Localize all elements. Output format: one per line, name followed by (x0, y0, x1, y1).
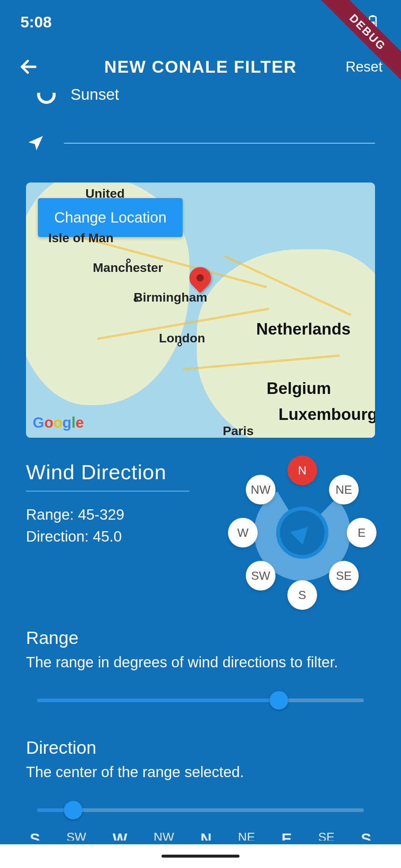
wind-range-value: Range: 45-329 (26, 506, 215, 523)
compass-dir-se[interactable]: SE (329, 561, 359, 591)
direction-ticks: S SW W NW N NE E SE S (30, 830, 371, 841)
range-section: Range The range in degrees of wind direc… (26, 628, 375, 711)
compass-dir-nw[interactable]: NW (246, 475, 276, 504)
map-city-label: Isle of Man (48, 231, 114, 245)
direction-slider-thumb[interactable] (64, 801, 82, 819)
page-title: NEW CONALE FILTER (104, 57, 297, 77)
location-search-row (26, 134, 375, 153)
compass-dial[interactable]: N NE E SE S SW W NW (229, 460, 375, 605)
direction-desc: The center of the range selected. (26, 764, 375, 780)
wifi-icon (342, 14, 358, 30)
compass-dir-s[interactable]: S (287, 580, 317, 610)
arrow-left-icon (19, 57, 39, 77)
map-country-label: Luxembourg (278, 405, 375, 424)
compass-dir-ne[interactable]: NE (329, 475, 359, 504)
map-city-label: Paris (223, 424, 254, 438)
map-country-label: Belgium (267, 379, 331, 398)
direction-slider[interactable] (37, 799, 364, 821)
compass-dir-e[interactable]: E (347, 518, 376, 548)
direction-section: Direction The center of the range select… (26, 737, 375, 841)
compass-dir-n[interactable]: N (287, 456, 317, 485)
map-country-label: Netherlands (256, 320, 351, 338)
nav-pill-icon[interactable] (162, 855, 239, 858)
app-bar: NEW CONALE FILTER Reset (0, 45, 401, 89)
map-city-label: London (159, 331, 205, 345)
wind-title: Wind Direction (26, 460, 215, 484)
range-slider-thumb[interactable] (270, 691, 288, 710)
svg-rect-1 (371, 22, 375, 27)
compass-dir-sw[interactable]: SW (246, 561, 276, 591)
location-input[interactable] (64, 143, 375, 144)
range-slider[interactable] (37, 689, 364, 711)
reset-button[interactable]: Reset (346, 59, 382, 75)
status-bar: 5:08 (0, 0, 401, 45)
compass-center (276, 507, 328, 559)
map[interactable]: Change Location United Isle of Man Manch… (26, 183, 375, 438)
wind-direction-value: Direction: 45.0 (26, 528, 215, 545)
range-desc: The range in degrees of wind directions … (26, 654, 375, 671)
map-city-label: United (85, 186, 125, 201)
battery-icon (365, 14, 381, 30)
compass-dir-w[interactable]: W (228, 518, 258, 548)
map-pin-icon[interactable] (189, 267, 211, 296)
map-city-label: Manchester (93, 260, 163, 275)
direction-title: Direction (26, 737, 375, 758)
status-time: 5:08 (20, 13, 52, 31)
compass-arrow-icon (290, 520, 314, 545)
range-title: Range (26, 628, 375, 648)
android-nav-bar (0, 844, 401, 868)
location-arrow-icon[interactable] (26, 134, 45, 153)
back-button[interactable] (19, 57, 39, 77)
wind-direction-section: Wind Direction Range: 45-329 Direction: … (26, 460, 375, 605)
google-attribution: Google (33, 414, 84, 431)
svg-rect-2 (372, 15, 374, 17)
